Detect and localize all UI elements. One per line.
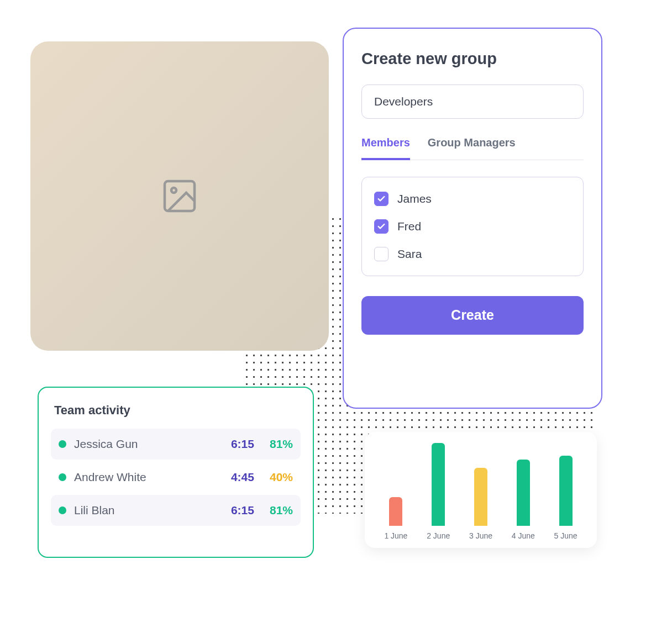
- activity-row: Andrew White4:4540%: [51, 462, 301, 493]
- member-name-label: Fred: [397, 220, 421, 233]
- member-row: Fred: [374, 216, 571, 237]
- activity-name-label: Andrew White: [74, 471, 223, 484]
- member-checkbox[interactable]: [374, 247, 389, 261]
- svg-point-1: [171, 188, 176, 193]
- activity-name-label: Lili Blan: [74, 504, 223, 517]
- group-name-input[interactable]: [361, 85, 584, 119]
- chart-bar-label: 2 June: [427, 531, 450, 540]
- activity-name-label: Jessica Gun: [74, 437, 223, 451]
- chart-bar: [432, 443, 445, 526]
- image-icon: [160, 176, 200, 216]
- chart-bar: [389, 497, 402, 526]
- hero-photo: [30, 41, 329, 351]
- photo-placeholder: [160, 176, 200, 216]
- activity-time-value: 6:15: [231, 504, 254, 517]
- chart-bar-column: 2 June: [419, 443, 458, 540]
- create-button[interactable]: Create: [361, 296, 584, 335]
- member-row: Sara: [374, 244, 571, 265]
- member-checkbox[interactable]: [374, 192, 389, 206]
- member-row: James: [374, 188, 571, 209]
- chart-bar: [517, 460, 530, 526]
- member-name-label: James: [397, 192, 432, 205]
- check-icon: [377, 194, 386, 203]
- activity-percent-value: 81%: [270, 504, 293, 517]
- chart-bar-label: 3 June: [469, 531, 492, 540]
- bar-chart: 1 June2 June3 June4 June5 June: [377, 442, 585, 540]
- activity-percent-value: 81%: [270, 437, 293, 451]
- status-dot-icon: [59, 440, 66, 448]
- chart-bar-label: 5 June: [554, 531, 578, 540]
- chart-bar: [559, 456, 573, 526]
- activity-time-value: 6:15: [231, 437, 254, 451]
- members-list: JamesFredSara: [361, 177, 584, 276]
- chart-bar-column: 4 June: [504, 460, 542, 540]
- group-tabs: MembersGroup Managers: [361, 136, 584, 160]
- activity-row: Lili Blan6:1581%: [51, 495, 301, 526]
- chart-bar-column: 3 June: [462, 468, 500, 540]
- create-group-card: Create new group MembersGroup Managers J…: [343, 28, 602, 409]
- chart-bar-label: 4 June: [512, 531, 535, 540]
- tab-group-managers[interactable]: Group Managers: [428, 136, 516, 160]
- member-name-label: Sara: [397, 247, 422, 261]
- tab-members[interactable]: Members: [361, 136, 410, 160]
- team-activity-title: Team activity: [51, 403, 301, 418]
- chart-bar-column: 5 June: [547, 456, 585, 541]
- activity-time-value: 4:45: [231, 471, 254, 484]
- team-activity-card: Team activity Jessica Gun6:1581%Andrew W…: [38, 387, 314, 558]
- status-dot-icon: [59, 506, 66, 514]
- status-dot-icon: [59, 473, 66, 481]
- activity-chart-card: 1 June2 June3 June4 June5 June: [365, 432, 597, 548]
- check-icon: [377, 222, 386, 231]
- create-group-title: Create new group: [361, 50, 584, 68]
- chart-bar: [474, 468, 487, 526]
- chart-bar-column: 1 June: [377, 497, 415, 541]
- member-checkbox[interactable]: [374, 219, 389, 234]
- activity-percent-value: 40%: [270, 471, 293, 484]
- chart-bar-label: 1 June: [384, 531, 407, 540]
- activity-row: Jessica Gun6:1581%: [51, 429, 301, 460]
